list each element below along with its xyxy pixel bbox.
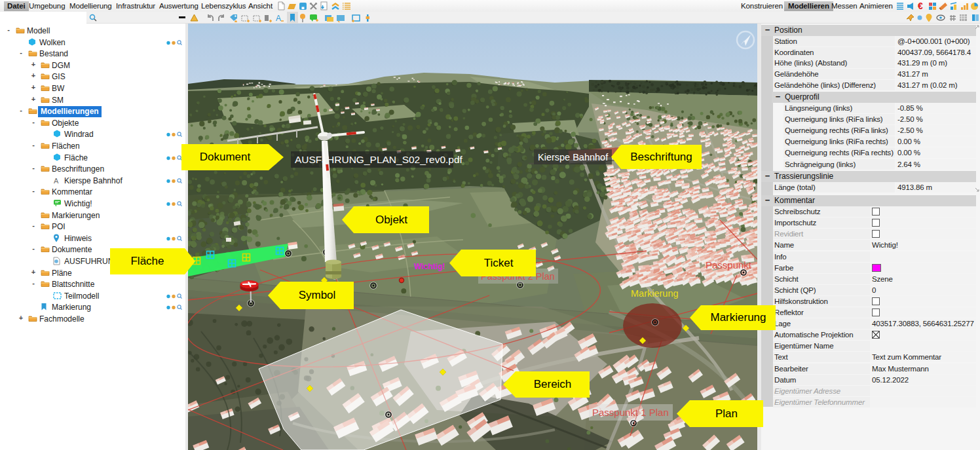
svg-text:€: € bbox=[918, 1, 923, 10]
svg-text:Passpunkt 1 Plan: Passpunkt 1 Plan bbox=[592, 407, 669, 418]
svg-text:Markierung: Markierung bbox=[631, 288, 679, 299]
svg-text:AUSFJHRUNG_PLAN_S02_rev0.pdf: AUSFJHRUNG_PLAN_S02_rev0.pdf bbox=[295, 154, 463, 165]
svg-text:A: A bbox=[54, 176, 59, 184]
svg-text:A: A bbox=[276, 14, 281, 22]
svg-text:Wichtig!: Wichtig! bbox=[414, 262, 445, 271]
svg-text:Passpunkt: Passpunkt bbox=[706, 259, 752, 271]
svg-text:Kierspe Bahnhof: Kierspe Bahnhof bbox=[538, 152, 609, 162]
